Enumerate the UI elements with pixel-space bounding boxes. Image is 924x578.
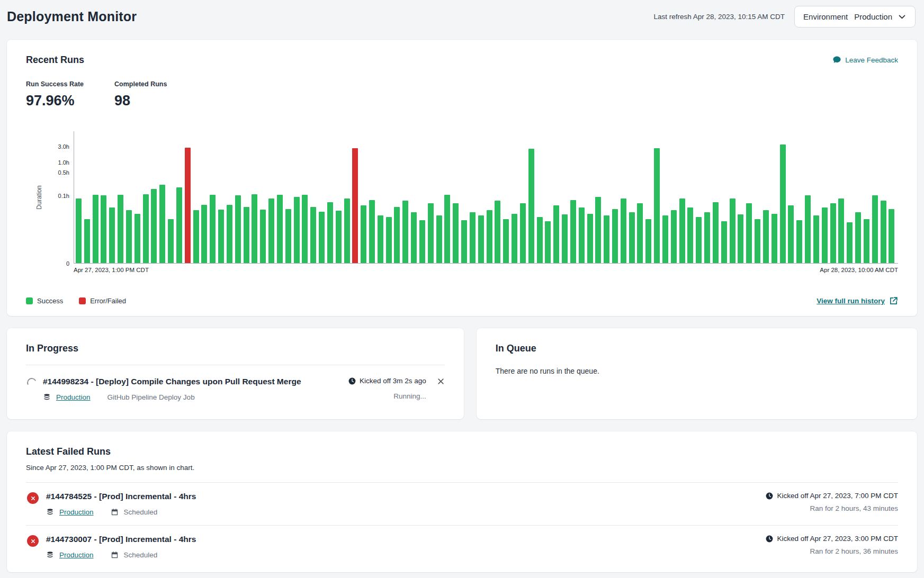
chart-bar-success[interactable] — [864, 219, 869, 263]
chart-bar-success[interactable] — [772, 214, 777, 263]
chart-bar-success[interactable] — [159, 185, 165, 263]
chart-bar-success[interactable] — [277, 195, 283, 263]
environment-link[interactable]: Production — [59, 508, 94, 516]
chart-bar-success[interactable] — [881, 201, 886, 263]
chart-bar-success[interactable] — [805, 195, 811, 263]
chart-bar-success[interactable] — [461, 220, 467, 263]
chart-bar-success[interactable] — [444, 195, 450, 263]
chart-bar-success[interactable] — [453, 203, 459, 263]
chart-bar-success[interactable] — [889, 209, 894, 263]
chart-bar-success[interactable] — [411, 212, 417, 263]
chart-bar-success[interactable] — [428, 203, 434, 263]
chart-bar-success[interactable] — [302, 195, 308, 263]
chart-bar-success[interactable] — [470, 212, 476, 263]
chart-bar-success[interactable] — [738, 214, 743, 263]
chart-bar-success[interactable] — [394, 207, 400, 263]
chart-bar-success[interactable] — [436, 215, 442, 263]
chart-bar-success[interactable] — [101, 195, 106, 263]
close-button[interactable] — [437, 377, 445, 385]
chart-bar-success[interactable] — [780, 144, 786, 263]
chart-bar-success[interactable] — [763, 210, 769, 263]
chart-bar-success[interactable] — [487, 210, 492, 263]
chart-bar-success[interactable] — [285, 209, 291, 263]
chart-bar-success[interactable] — [294, 197, 300, 263]
chart-bar-success[interactable] — [696, 217, 702, 263]
chart-bar-success[interactable] — [553, 205, 559, 263]
chart-bar-success[interactable] — [687, 207, 693, 263]
chart-bar-success[interactable] — [151, 189, 157, 263]
chart-bar-success[interactable] — [143, 194, 149, 263]
chart-bar-success[interactable] — [645, 219, 651, 263]
chart-bar-success[interactable] — [84, 219, 90, 263]
chart-bar-success[interactable] — [562, 214, 568, 263]
chart-bar-success[interactable] — [545, 221, 551, 263]
chart-bar-success[interactable] — [218, 210, 224, 263]
chart-bar-success[interactable] — [796, 220, 802, 263]
chart-bar-success[interactable] — [612, 209, 618, 263]
chart-bar-success[interactable] — [327, 202, 333, 263]
chart-bar-success[interactable] — [201, 205, 207, 263]
chart-bar-success[interactable] — [822, 207, 828, 263]
chart-bar-success[interactable] — [512, 214, 517, 263]
chart-bar-success[interactable] — [587, 214, 593, 263]
chart-bar-success[interactable] — [235, 195, 241, 263]
chart-bar-success[interactable] — [227, 205, 232, 263]
chart-bar-success[interactable] — [570, 200, 576, 263]
environment-link[interactable]: Production — [59, 551, 94, 559]
chart-bar-success[interactable] — [344, 198, 350, 263]
chart-bar-success[interactable] — [730, 198, 735, 263]
chart-bar-success[interactable] — [76, 198, 82, 263]
chart-bar-success[interactable] — [503, 219, 509, 263]
chart-bar-success[interactable] — [252, 194, 257, 263]
chart-bar-success[interactable] — [537, 217, 543, 263]
chart-bar-success[interactable] — [118, 195, 123, 263]
chart-bar-success[interactable] — [378, 215, 383, 263]
chart-bar-failed[interactable] — [185, 148, 191, 263]
chart-bar-success[interactable] — [528, 149, 534, 263]
chart-bar-success[interactable] — [386, 217, 392, 263]
chart-bar-success[interactable] — [671, 210, 677, 263]
chart-bar-success[interactable] — [134, 214, 140, 263]
chart-bar-success[interactable] — [595, 197, 601, 263]
chart-bar-success[interactable] — [244, 207, 249, 263]
chart-bar-success[interactable] — [721, 221, 727, 263]
chart-bar-success[interactable] — [813, 215, 819, 263]
chart-bar-success[interactable] — [872, 195, 878, 263]
view-full-run-history-link[interactable]: View full run history — [817, 296, 898, 305]
chart-bar-success[interactable] — [830, 203, 836, 263]
chart-bar-success[interactable] — [629, 212, 635, 263]
environment-dropdown[interactable]: Environment Production — [794, 6, 916, 28]
chart-bar-success[interactable] — [210, 195, 216, 263]
chart-bar-success[interactable] — [369, 200, 375, 263]
chart-bar-success[interactable] — [604, 215, 609, 263]
chart-bar-success[interactable] — [838, 198, 844, 263]
chart-bar-success[interactable] — [126, 210, 132, 263]
leave-feedback-link[interactable]: Leave Feedback — [832, 56, 898, 65]
chart-bar-success[interactable] — [260, 210, 266, 263]
chart-bar-success[interactable] — [495, 201, 500, 263]
chart-bar-success[interactable] — [109, 207, 115, 263]
chart-bar-success[interactable] — [847, 222, 853, 263]
chart-bar-success[interactable] — [402, 201, 408, 263]
chart-bar-success[interactable] — [93, 195, 98, 263]
chart-bar-success[interactable] — [704, 212, 710, 263]
chart-bar-success[interactable] — [168, 219, 174, 263]
chart-bar-success[interactable] — [310, 207, 316, 263]
chart-bar-success[interactable] — [662, 215, 668, 263]
chart-bar-success[interactable] — [679, 198, 685, 263]
chart-bar-success[interactable] — [654, 148, 660, 263]
chart-bar-success[interactable] — [755, 219, 760, 263]
chart-bar-success[interactable] — [621, 198, 626, 263]
chart-bar-success[interactable] — [419, 220, 425, 263]
chart-bar-success[interactable] — [713, 202, 719, 263]
chart-bar-success[interactable] — [478, 215, 484, 263]
chart-bar-success[interactable] — [268, 198, 274, 263]
chart-bar-success[interactable] — [746, 203, 752, 263]
chart-bar-success[interactable] — [520, 203, 526, 263]
chart-bar-success[interactable] — [193, 210, 199, 263]
chart-bar-success[interactable] — [176, 187, 182, 263]
chart-bar-success[interactable] — [336, 211, 342, 263]
chart-bar-success[interactable] — [637, 203, 643, 263]
chart-bar-success[interactable] — [579, 207, 585, 263]
chart-bar-success[interactable] — [361, 205, 366, 263]
